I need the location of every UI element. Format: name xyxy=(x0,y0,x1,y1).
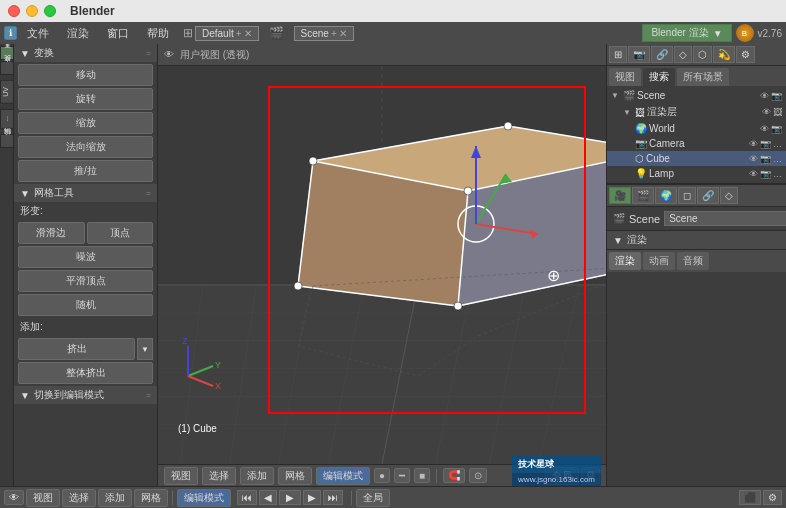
tree-item-world[interactable]: 🌍 World 👁 📷 xyxy=(607,121,786,136)
particle-icon-btn[interactable]: 💫 xyxy=(713,46,735,63)
tree-item-camera[interactable]: 📷 Camera 👁 📷 … xyxy=(607,136,786,151)
world-vis-btn[interactable]: 👁 xyxy=(760,124,769,134)
play-btn[interactable]: ▶ xyxy=(279,490,301,505)
scene-icon-btn[interactable]: ⊞ xyxy=(609,46,627,63)
timeline-mode-btn[interactable]: 编辑模式 xyxy=(177,489,231,507)
lamp-vis-btn[interactable]: 👁 xyxy=(749,169,758,179)
menu-render[interactable]: 渲染 xyxy=(59,24,97,43)
overlay-icons[interactable]: ⚙ xyxy=(581,467,600,485)
tree-item-render-layer[interactable]: ▼ 🖼 渲染层 👁 🖼 xyxy=(607,103,786,121)
timeline-mesh-btn[interactable]: 网格 xyxy=(134,489,168,507)
render-section-header[interactable]: ▼ 渲染 xyxy=(607,231,786,250)
physics-icon-btn[interactable]: ⚙ xyxy=(736,46,755,63)
edge-select-icon[interactable]: ━ xyxy=(394,468,410,483)
render-tab-render[interactable]: 渲染 xyxy=(609,252,641,270)
tools-tab[interactable]: 工具 xyxy=(0,46,14,60)
scene-render-btn[interactable]: 📷 xyxy=(771,91,782,101)
constraint-icon-btn[interactable]: 🔗 xyxy=(651,46,673,63)
scene-tab[interactable]: Scene + ✕ xyxy=(294,26,354,41)
prev-keyframe-btn[interactable]: ◀ xyxy=(259,490,277,505)
face-select-icon[interactable]: ■ xyxy=(414,468,430,483)
jump-end-btn[interactable]: ⏭ xyxy=(323,490,343,505)
move-btn[interactable]: 移动 xyxy=(18,64,153,86)
view-menu-btn[interactable]: 视图 xyxy=(164,467,198,485)
timeline-right-icon[interactable]: ⚙ xyxy=(763,490,782,505)
render-layer-icon-btn[interactable]: 🖼 xyxy=(773,107,782,117)
transform-section-header[interactable]: ▼ 变换 = xyxy=(14,44,157,62)
object-icon-btn[interactable]: 📷 xyxy=(628,46,650,63)
constraint-prop-icon[interactable]: 🔗 xyxy=(697,187,719,204)
data-icon-btn[interactable]: ◇ xyxy=(674,46,692,63)
tab-search[interactable]: 搜索 xyxy=(643,68,675,86)
snap-icon[interactable]: 🧲 xyxy=(443,468,465,483)
camera-render-btn[interactable]: 📷 xyxy=(760,139,771,149)
tab-all-scenes[interactable]: 所有场景 xyxy=(677,68,729,86)
world-prop-icon[interactable]: 🌍 xyxy=(655,187,677,204)
viewport[interactable]: 👁 用户视图 (透视) xyxy=(158,44,606,486)
next-keyframe-btn[interactable]: ▶ xyxy=(303,490,321,505)
menu-help[interactable]: 帮助 xyxy=(139,24,177,43)
camera-vis-btn[interactable]: 👁 xyxy=(749,139,758,149)
select-menu-btn[interactable]: 选择 xyxy=(202,467,236,485)
layout-tab-close[interactable]: ✕ xyxy=(244,28,252,39)
scale-btn[interactable]: 缩放 xyxy=(18,112,153,134)
render-tab-animation[interactable]: 动画 xyxy=(643,252,675,270)
mode-selector[interactable]: 编辑模式 xyxy=(316,467,370,485)
noise-btn[interactable]: 噪波 xyxy=(18,246,153,268)
switch-edit-header[interactable]: ▼ 切换到编辑模式 = xyxy=(14,386,157,404)
world-render-btn[interactable]: 📷 xyxy=(771,124,782,134)
global-btn[interactable]: 全局 xyxy=(545,467,579,485)
layout-tab-plus[interactable]: + xyxy=(236,28,242,39)
extrude-btn[interactable]: 挤出 xyxy=(18,338,135,360)
render-thumb[interactable]: ⬛ xyxy=(739,490,761,505)
display-tab[interactable]: UV xyxy=(0,80,14,104)
layout-tab[interactable]: Default + ✕ xyxy=(195,26,259,41)
normal-scale-btn[interactable]: 法向缩放 xyxy=(18,136,153,158)
tree-item-cube[interactable]: ⬡ Cube 👁 📷 … xyxy=(607,151,786,166)
cube-vis-btn[interactable]: 👁 xyxy=(749,154,758,164)
timeline-add-btn[interactable]: 添加 xyxy=(98,489,132,507)
scene-vis-btn[interactable]: 👁 xyxy=(760,91,769,101)
lamp-more-btn[interactable]: … xyxy=(773,169,782,179)
minimize-button[interactable] xyxy=(26,5,38,17)
add-menu-btn[interactable]: 添加 xyxy=(240,467,274,485)
lamp-render-btn[interactable]: 📷 xyxy=(760,169,771,179)
cube-render-btn[interactable]: 📷 xyxy=(760,154,771,164)
menu-window[interactable]: 窗口 xyxy=(99,24,137,43)
transform-tab[interactable]: 变换 xyxy=(0,61,14,75)
timeline-select-btn[interactable]: 选择 xyxy=(62,489,96,507)
tree-item-scene[interactable]: ▼ 🎬 Scene 👁 📷 xyxy=(607,88,786,103)
scene-tab-plus[interactable]: + xyxy=(331,28,337,39)
mesh-tools-section-header[interactable]: ▼ 网格工具 = xyxy=(14,184,157,202)
scene-tab-close[interactable]: ✕ xyxy=(339,28,347,39)
global-coord-btn[interactable]: 全局 xyxy=(356,489,390,507)
shading-tab[interactable]: ... xyxy=(0,109,14,129)
material-icon-btn[interactable]: ⬡ xyxy=(693,46,712,63)
random-btn[interactable]: 随机 xyxy=(18,294,153,316)
tab-view[interactable]: 视图 xyxy=(609,68,641,86)
render-layer-vis-btn[interactable]: 👁 xyxy=(762,107,771,117)
push-pull-btn[interactable]: 推/拉 xyxy=(18,160,153,182)
fullscreen-button[interactable] xyxy=(44,5,56,17)
scene-prop-icon[interactable]: 🎬 xyxy=(632,187,654,204)
viewport-icon-left[interactable]: 👁 xyxy=(4,490,24,505)
rotate-btn[interactable]: 旋转 xyxy=(18,88,153,110)
menu-file[interactable]: 文件 xyxy=(19,24,57,43)
scene-name-input[interactable] xyxy=(664,211,786,226)
data-prop-icon[interactable]: ◇ xyxy=(720,187,738,204)
mesh-menu-btn[interactable]: 网格 xyxy=(278,467,312,485)
viewport-canvas[interactable]: ⊕ Y X Z xyxy=(158,66,606,464)
render-tab-audio[interactable]: 音频 xyxy=(677,252,709,270)
proportional-icon[interactable]: ⊙ xyxy=(469,468,487,483)
extrude-whole-btn[interactable]: 整体挤出 xyxy=(18,362,153,384)
tree-item-lamp[interactable]: 💡 Lamp 👁 📷 … xyxy=(607,166,786,181)
jump-start-btn[interactable]: ⏮ xyxy=(237,490,257,505)
close-button[interactable] xyxy=(8,5,20,17)
info-icon[interactable]: ℹ xyxy=(4,26,17,40)
render-engine-dropdown[interactable]: Blender 渲染 ▼ xyxy=(642,24,731,42)
vertex-select-icon[interactable]: ● xyxy=(374,468,390,483)
camera-more-btn[interactable]: … xyxy=(773,139,782,149)
extrude-dropdown[interactable]: ▼ xyxy=(137,338,153,360)
edit-tab[interactable]: 编辑 xyxy=(0,134,14,148)
render-prop-icon[interactable]: 🎥 xyxy=(609,187,631,204)
